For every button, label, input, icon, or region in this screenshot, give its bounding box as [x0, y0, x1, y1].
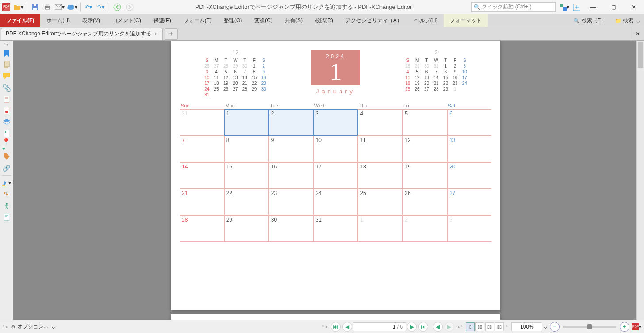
tab-review[interactable]: 校閲(R) — [309, 14, 339, 27]
document-viewer[interactable]: 12 SMTWTFS262728293012345678910111213141… — [13, 41, 644, 320]
svg-point-22 — [5, 111, 8, 113]
title-bar: PDF ▾ ▾ ▾ ↶▾ ↷▾ PDF-XChange Editorでページジャ… — [0, 0, 644, 14]
tab-view[interactable]: 表示(V) — [76, 14, 106, 27]
tab-share[interactable]: 共有(S) — [279, 14, 309, 27]
redo-icon[interactable]: ↷▾ — [96, 2, 106, 12]
svg-point-28 — [6, 203, 8, 205]
form-icon[interactable] — [2, 129, 11, 138]
view-continuous-button[interactable]: ▯▯ — [475, 322, 484, 331]
tab-home[interactable]: ホーム(H) — [40, 14, 76, 27]
tab-file[interactable]: ファイル(F) — [0, 14, 40, 27]
zoom-slider[interactable] — [563, 326, 616, 328]
svg-rect-24 — [5, 131, 6, 133]
nav-fwd-button[interactable]: ▶ — [445, 322, 454, 332]
attachment-icon[interactable]: 📎 — [2, 83, 11, 92]
pdf-badge-dropdown[interactable]: ▾ — [639, 324, 641, 330]
close-button[interactable]: ✕ — [624, 0, 644, 14]
undo-icon[interactable]: ↶▾ — [83, 2, 94, 12]
status-handle-center[interactable]: ᴷ ◂ — [322, 325, 328, 329]
nav-back-button[interactable]: ◀ — [433, 322, 443, 332]
close-tab-icon[interactable]: × — [155, 31, 158, 37]
svg-rect-15 — [563, 7, 567, 11]
ribbon-tabs: ファイル(F) ホーム(H) 表示(V) コメント(C) 保護(P) フォーム(… — [0, 14, 644, 27]
zoom-input[interactable]: 100% — [511, 322, 542, 331]
view-facing-button[interactable]: ▯▯ — [485, 322, 494, 331]
first-page-button[interactable]: ⏮ — [331, 322, 341, 332]
lang-icon[interactable]: ▾ — [559, 2, 570, 12]
svg-point-13 — [126, 4, 133, 11]
tab-protect[interactable]: 保護(P) — [147, 14, 177, 27]
svg-rect-14 — [560, 4, 563, 7]
nav-fwd-icon[interactable] — [124, 2, 135, 12]
quick-launch-input[interactable]: 🔍 クイック起動 (Ctrl+.) — [472, 2, 556, 12]
link-icon[interactable]: 🔗 — [2, 164, 11, 172]
cloud-icon[interactable]: ▾ — [67, 2, 77, 12]
next-page-button[interactable]: ▶ — [407, 322, 417, 332]
cert-icon[interactable] — [2, 106, 11, 115]
ui-options-icon[interactable] — [571, 2, 582, 12]
tag-icon[interactable] — [2, 152, 11, 161]
print-icon[interactable] — [42, 2, 53, 12]
status-handle[interactable]: ᴷ ▸ — [3, 325, 8, 329]
bookmark-icon[interactable] — [2, 49, 11, 57]
tab-organize[interactable]: 整理(O) — [218, 14, 248, 27]
accessibility-icon[interactable] — [2, 201, 11, 210]
tab-accessibility[interactable]: アクセシビリティ（A） — [339, 14, 408, 27]
maximize-button[interactable]: ▢ — [603, 0, 624, 14]
mail-icon[interactable]: ▾ — [54, 2, 65, 12]
doc-icon[interactable] — [2, 95, 11, 103]
minimize-button[interactable]: — — [583, 0, 603, 14]
search-f-button[interactable]: 🔍 検索（F） — [569, 14, 610, 27]
layers-icon[interactable] — [2, 118, 11, 126]
pdf-badge-icon[interactable]: PDF — [632, 323, 639, 330]
properties-icon[interactable] — [2, 213, 11, 222]
close-panel-button[interactable]: ✕ — [631, 28, 644, 40]
tab-convert[interactable]: 変換(C) — [248, 14, 279, 27]
svg-point-12 — [114, 4, 121, 11]
svg-rect-4 — [34, 4, 36, 6]
status-sep: ᴷ — [506, 325, 508, 329]
document-tab-title: PDF-XChange Editorでページジャンプ用のリンクを追加する — [6, 30, 151, 38]
page-input[interactable]: 1 / 6 — [353, 322, 406, 331]
open-icon[interactable]: ▾ — [13, 2, 24, 12]
zoom-out-button[interactable]: − — [550, 322, 560, 332]
mini-cal-prev: 12 SMTWTFS262728293012345678910111213141… — [202, 50, 268, 98]
view-facing-cont-button[interactable]: ▯▯ — [495, 322, 504, 331]
tab-form[interactable]: フォーム(F) — [177, 14, 218, 27]
comment-icon[interactable] — [2, 72, 11, 80]
svg-rect-23 — [4, 130, 9, 137]
gear-icon: ⚙ — [11, 324, 15, 330]
tab-comment[interactable]: コメント(C) — [106, 14, 147, 27]
svg-rect-3 — [33, 8, 37, 10]
tab-help[interactable]: ヘルプ(H) — [408, 14, 444, 27]
zoom-slider-knob[interactable] — [587, 324, 592, 329]
main-area: ᴷ◂ 📎 📍▾ 🔗 ▾ 12 SMTWTFS262728293012345678… — [0, 41, 644, 320]
highlight-icon[interactable]: ▾ — [2, 178, 11, 187]
pdf-page-2: 1 SMTWTFS3112345678910111213141516171819… — [171, 314, 500, 320]
document-tab[interactable]: PDF-XChange Editorでページジャンプ用のリンクを追加する × — [1, 28, 163, 40]
prev-page-button[interactable]: ◀ — [342, 322, 352, 332]
svg-rect-25 — [2, 185, 5, 186]
order-icon[interactable] — [2, 190, 11, 199]
add-tab-button[interactable]: ＋ — [165, 28, 178, 40]
tab-format[interactable]: フォーマット — [444, 14, 488, 27]
side-handle[interactable]: ᴷ◂ — [0, 42, 13, 46]
nav-back-icon[interactable] — [112, 2, 123, 12]
search-button[interactable]: 📁 検索 ⌵ — [610, 14, 644, 27]
search-icon: 🔍 — [474, 4, 480, 10]
status-handle-right[interactable]: ▸ ᴷ — [458, 325, 463, 329]
search-page-icon: 🔍 — [573, 18, 580, 24]
copy-icon[interactable] — [2, 60, 11, 69]
save-icon[interactable] — [30, 2, 40, 12]
scrollbar-thumb[interactable] — [638, 42, 643, 68]
zoom-dropdown-icon[interactable]: ⌵ — [544, 324, 547, 330]
options-button[interactable]: ⚙オプション...⌵ — [11, 323, 55, 330]
pin-icon[interactable]: 📍▾ — [2, 141, 11, 149]
zoom-in-button[interactable]: + — [620, 322, 629, 332]
view-single-button[interactable]: ▯ — [466, 322, 475, 331]
folder-search-icon: 📁 — [615, 18, 621, 24]
vertical-scrollbar[interactable] — [636, 41, 644, 320]
svg-rect-26 — [4, 192, 5, 194]
last-page-button[interactable]: ⏭ — [418, 322, 428, 332]
mini-cal-next: 2 SMTWTFS2829303112345678910111213141516… — [403, 50, 469, 98]
